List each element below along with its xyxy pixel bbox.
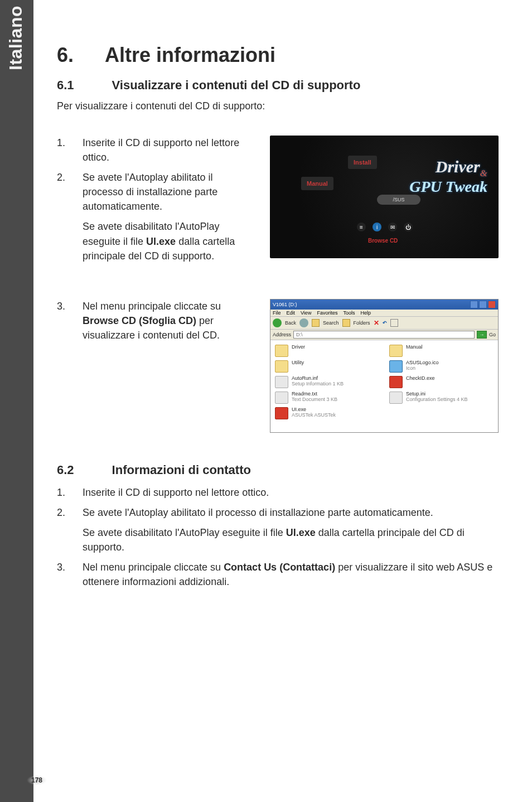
file-icon (389, 392, 403, 404)
ui-exe-bold: UI.exe (286, 527, 316, 538)
heading-1: 6. Altre informazioni (57, 44, 499, 67)
file-item[interactable]: Driver (275, 345, 379, 357)
delete-icon[interactable]: ✕ (374, 319, 379, 327)
file-label: Manual (406, 345, 423, 350)
step-number: 1. (57, 136, 68, 165)
contact-us-bold: Contact Us (Contattaci) (224, 562, 335, 573)
file-item[interactable]: ASUSLogo.icoIcon (389, 360, 494, 373)
mail-icon[interactable]: ✉ (388, 223, 397, 231)
section-6-1-intro: Per visualizzare i contenuti del CD di s… (57, 100, 499, 112)
file-item[interactable]: AutoRun.infSetup Information 1 KB (275, 376, 379, 388)
file-label: Setup.iniConfiguration Settings 4 KB (406, 392, 468, 403)
step-text: Inserite il CD di supporto nel lettore o… (83, 136, 255, 165)
asus-logo: /SUS (377, 195, 420, 205)
menu-favorites[interactable]: Favorites (317, 310, 337, 316)
explorer-addressbar: Address D:\ → Go (270, 330, 498, 340)
go-button[interactable]: → (477, 331, 487, 339)
step-text: Inserite il CD di supporto nel lettore o… (83, 485, 499, 500)
menu-tools[interactable]: Tools (343, 310, 355, 316)
step-number: 3. (57, 299, 68, 342)
power-icon[interactable]: ⏻ (404, 223, 413, 231)
undo-icon[interactable]: ↶ (383, 320, 387, 326)
steps-6-1-part2: 3. Nel menu principale cliccate su Brows… (57, 299, 255, 342)
installer-title: Driver& GPU Tweak (409, 158, 487, 195)
step-number: 2. (57, 170, 68, 263)
explorer-menubar: File Edit View Favorites Tools Help (270, 310, 498, 317)
search-label[interactable]: Search (323, 320, 339, 326)
step-number: 3. (57, 560, 68, 589)
explorer-toolbar: Back Search Folders ✕ ↶ (270, 317, 498, 330)
folders-icon[interactable] (342, 319, 350, 327)
minimize-icon[interactable] (470, 301, 478, 308)
folder-icon (389, 345, 403, 357)
file-label: UI.exeASUSTek ASUSTek (292, 407, 336, 418)
back-icon[interactable] (273, 318, 282, 327)
step-subpara: Se avete disabilitato l'AutoPlay eseguit… (83, 219, 255, 263)
step-text: Se avete l'Autoplay abilitato il process… (83, 505, 499, 554)
file-item[interactable]: Manual (389, 345, 494, 357)
step-number: 1. (57, 485, 68, 500)
file-icon (275, 376, 288, 388)
installer-install-button[interactable]: Install (348, 156, 377, 169)
browse-cd-bold: Browse CD (Sfoglia CD) (83, 315, 196, 326)
heading-1-number: 6. (57, 44, 74, 67)
step-text: Nel menu principale cliccate su Contact … (83, 560, 499, 589)
folder-icon (275, 345, 288, 357)
go-label: Go (489, 332, 496, 337)
forward-icon[interactable] (299, 318, 308, 327)
heading-6-1-number: 6.1 (57, 78, 74, 93)
side-rail: Italiano (0, 0, 33, 802)
file-label: CheckID.exe (406, 376, 435, 381)
file-icon (275, 392, 288, 404)
heading-6-2: 6.2 Informazioni di contatto (57, 463, 499, 477)
installer-browse-cd[interactable]: Browse CD (368, 238, 398, 244)
steps-6-2: 1. Inserite il CD di supporto nel lettor… (57, 485, 499, 590)
menu-view[interactable]: View (301, 310, 311, 316)
file-label: Utility (292, 360, 304, 366)
up-icon[interactable] (312, 319, 320, 327)
folder-icon (275, 360, 288, 373)
file-label: ASUSLogo.icoIcon (406, 360, 439, 371)
installer-manual-button[interactable]: Manual (301, 177, 333, 190)
page-content: 6. Altre informazioni 6.1 Visualizzare i… (33, 0, 532, 802)
heading-1-title: Altre informazioni (105, 44, 275, 67)
step-text: Nel menu principale cliccate su Browse C… (83, 299, 255, 342)
page-number: 178 (27, 775, 47, 785)
heading-6-2-number: 6.2 (57, 463, 74, 477)
step-subpara: Se avete disabilitato l'AutoPlay eseguit… (83, 525, 499, 554)
heading-6-1-title: Visualizzare i contenuti del CD di suppo… (112, 78, 361, 93)
bars-icon[interactable]: ≡ (357, 223, 366, 231)
explorer-titlebar: V1061 (D:) (270, 299, 498, 310)
step-text: Se avete l'Autoplay abilitato il process… (83, 170, 255, 263)
file-icon (389, 376, 403, 388)
step-number: 2. (57, 505, 68, 554)
ui-exe-bold: UI.exe (146, 236, 176, 247)
menu-file[interactable]: File (273, 310, 281, 316)
back-label[interactable]: Back (285, 320, 296, 326)
file-item[interactable]: Setup.iniConfiguration Settings 4 KB (389, 392, 494, 404)
maximize-icon[interactable] (479, 301, 487, 308)
file-icon (275, 407, 288, 419)
info-icon[interactable]: i (373, 223, 381, 231)
menu-edit[interactable]: Edit (287, 310, 296, 316)
heading-6-1: 6.1 Visualizzare i contenuti del CD di s… (57, 78, 499, 93)
file-label: AutoRun.infSetup Information 1 KB (292, 376, 344, 387)
close-icon[interactable] (488, 301, 496, 308)
explorer-title-text: V1061 (D:) (273, 302, 297, 307)
file-item[interactable]: Utility (275, 360, 379, 373)
views-icon[interactable] (390, 319, 398, 327)
file-icon (389, 360, 403, 373)
steps-6-1-part1: 1. Inserite il CD di supporto nel lettor… (57, 136, 255, 263)
installer-bottom-icons: ≡ i ✉ ⏻ (357, 223, 413, 231)
file-item[interactable]: Readme.txtText Document 3 KB (275, 392, 379, 404)
menu-help[interactable]: Help (360, 310, 371, 316)
address-field[interactable]: D:\ (293, 331, 475, 339)
step-para: Se avete l'Autoplay abilitato il process… (83, 507, 433, 518)
folders-label[interactable]: Folders (354, 320, 370, 326)
file-item[interactable]: UI.exeASUSTek ASUSTek (275, 407, 379, 419)
installer-screenshot: Install Manual /SUS Driver& GPU Tweak ≡ … (270, 136, 499, 258)
file-item[interactable]: CheckID.exe (389, 376, 494, 388)
address-label: Address (273, 332, 291, 337)
step-para: Se avete l'Autoplay abilitato il process… (83, 172, 217, 212)
file-label: Readme.txtText Document 3 KB (292, 392, 337, 403)
